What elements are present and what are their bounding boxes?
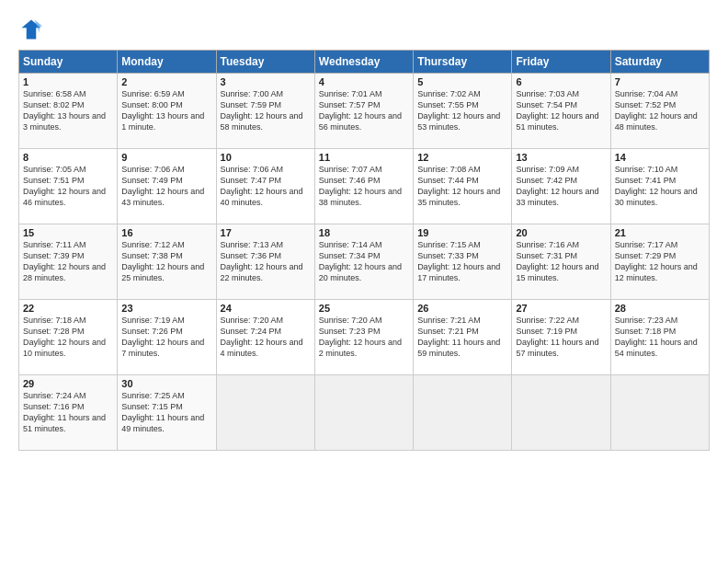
calendar-day-cell: 27Sunrise: 7:22 AMSunset: 7:19 PMDayligh…: [512, 300, 610, 375]
day-info: Sunrise: 7:19 AMSunset: 7:26 PMDaylight:…: [121, 315, 211, 360]
day-number: 25: [319, 303, 409, 314]
calendar-day-cell: 24Sunrise: 7:20 AMSunset: 7:24 PMDayligh…: [216, 300, 314, 375]
day-number: 20: [516, 227, 606, 238]
calendar-day-cell: 28Sunrise: 7:23 AMSunset: 7:18 PMDayligh…: [610, 300, 709, 375]
calendar-day-cell: 1Sunrise: 6:58 AMSunset: 8:02 PMDaylight…: [19, 74, 118, 149]
day-number: 23: [121, 303, 211, 314]
day-info: Sunrise: 6:58 AMSunset: 8:02 PMDaylight:…: [23, 88, 113, 133]
calendar-day-cell: 15Sunrise: 7:11 AMSunset: 7:39 PMDayligh…: [19, 224, 118, 300]
day-number: 26: [417, 303, 507, 314]
day-info: Sunrise: 7:00 AMSunset: 7:59 PMDaylight:…: [221, 88, 311, 133]
calendar-week-row: 1Sunrise: 6:58 AMSunset: 8:02 PMDaylight…: [19, 74, 710, 149]
calendar-day-cell: 21Sunrise: 7:17 AMSunset: 7:29 PMDayligh…: [610, 224, 709, 300]
calendar-day-cell: [314, 375, 413, 451]
calendar-day-cell: [414, 375, 512, 451]
day-info: Sunrise: 7:06 AMSunset: 7:47 PMDaylight:…: [221, 164, 311, 209]
day-info: Sunrise: 6:59 AMSunset: 8:00 PMDaylight:…: [121, 88, 211, 133]
logo: [18, 17, 48, 42]
day-info: Sunrise: 7:07 AMSunset: 7:46 PMDaylight:…: [319, 164, 409, 209]
day-number: 19: [417, 227, 507, 238]
day-info: Sunrise: 7:23 AMSunset: 7:18 PMDaylight:…: [615, 315, 705, 360]
day-number: 14: [615, 152, 705, 163]
calendar-day-cell: 10Sunrise: 7:06 AMSunset: 7:47 PMDayligh…: [216, 149, 314, 224]
day-info: Sunrise: 7:20 AMSunset: 7:23 PMDaylight:…: [319, 315, 409, 360]
day-info: Sunrise: 7:01 AMSunset: 7:57 PMDaylight:…: [319, 88, 409, 133]
weekday-header: Thursday: [414, 51, 512, 74]
calendar-day-cell: 18Sunrise: 7:14 AMSunset: 7:34 PMDayligh…: [314, 224, 413, 300]
day-number: 10: [221, 152, 311, 163]
day-info: Sunrise: 7:04 AMSunset: 7:52 PMDaylight:…: [615, 88, 705, 133]
day-number: 1: [23, 76, 113, 87]
day-info: Sunrise: 7:15 AMSunset: 7:33 PMDaylight:…: [417, 239, 507, 284]
day-number: 8: [23, 152, 113, 163]
day-info: Sunrise: 7:16 AMSunset: 7:31 PMDaylight:…: [516, 239, 606, 284]
weekday-header: Saturday: [610, 51, 709, 74]
weekday-header: Sunday: [19, 51, 118, 74]
day-number: 12: [417, 152, 507, 163]
day-info: Sunrise: 7:09 AMSunset: 7:42 PMDaylight:…: [516, 164, 606, 209]
day-info: Sunrise: 7:08 AMSunset: 7:44 PMDaylight:…: [417, 164, 507, 209]
day-info: Sunrise: 7:13 AMSunset: 7:36 PMDaylight:…: [221, 239, 311, 284]
day-number: 17: [221, 227, 311, 238]
calendar-day-cell: 17Sunrise: 7:13 AMSunset: 7:36 PMDayligh…: [216, 224, 314, 300]
weekday-header: Friday: [512, 51, 610, 74]
day-number: 7: [615, 76, 705, 87]
calendar-week-row: 29Sunrise: 7:24 AMSunset: 7:16 PMDayligh…: [19, 375, 710, 451]
day-info: Sunrise: 7:12 AMSunset: 7:38 PMDaylight:…: [121, 239, 211, 284]
day-info: Sunrise: 7:03 AMSunset: 7:54 PMDaylight:…: [516, 88, 606, 133]
calendar-day-cell: 7Sunrise: 7:04 AMSunset: 7:52 PMDaylight…: [610, 74, 709, 149]
calendar-day-cell: [610, 375, 709, 451]
calendar-day-cell: 14Sunrise: 7:10 AMSunset: 7:41 PMDayligh…: [610, 149, 709, 224]
calendar-day-cell: 29Sunrise: 7:24 AMSunset: 7:16 PMDayligh…: [19, 375, 118, 451]
day-info: Sunrise: 7:05 AMSunset: 7:51 PMDaylight:…: [23, 164, 113, 209]
day-info: Sunrise: 7:02 AMSunset: 7:55 PMDaylight:…: [417, 88, 507, 133]
day-info: Sunrise: 7:11 AMSunset: 7:39 PMDaylight:…: [23, 239, 113, 284]
calendar-day-cell: 5Sunrise: 7:02 AMSunset: 7:55 PMDaylight…: [414, 74, 512, 149]
weekday-header: Monday: [118, 51, 216, 74]
day-number: 15: [23, 227, 113, 238]
day-number: 11: [319, 152, 409, 163]
day-number: 9: [121, 152, 211, 163]
day-number: 2: [121, 76, 211, 87]
day-number: 29: [23, 378, 113, 389]
calendar-day-cell: 19Sunrise: 7:15 AMSunset: 7:33 PMDayligh…: [414, 224, 512, 300]
calendar-day-cell: 23Sunrise: 7:19 AMSunset: 7:26 PMDayligh…: [118, 300, 216, 375]
calendar-day-cell: 2Sunrise: 6:59 AMSunset: 8:00 PMDaylight…: [118, 74, 216, 149]
calendar-week-row: 8Sunrise: 7:05 AMSunset: 7:51 PMDaylight…: [19, 149, 710, 224]
day-number: 5: [417, 76, 507, 87]
day-number: 27: [516, 303, 606, 314]
calendar-day-cell: 13Sunrise: 7:09 AMSunset: 7:42 PMDayligh…: [512, 149, 610, 224]
calendar-week-row: 15Sunrise: 7:11 AMSunset: 7:39 PMDayligh…: [19, 224, 710, 300]
day-number: 21: [615, 227, 705, 238]
day-info: Sunrise: 7:18 AMSunset: 7:28 PMDaylight:…: [23, 315, 113, 360]
calendar-day-cell: 30Sunrise: 7:25 AMSunset: 7:15 PMDayligh…: [118, 375, 216, 451]
calendar-day-cell: 11Sunrise: 7:07 AMSunset: 7:46 PMDayligh…: [314, 149, 413, 224]
day-number: 3: [221, 76, 311, 87]
weekday-header: Tuesday: [216, 51, 314, 74]
calendar-table: SundayMondayTuesdayWednesdayThursdayFrid…: [18, 50, 710, 451]
day-info: Sunrise: 7:06 AMSunset: 7:49 PMDaylight:…: [121, 164, 211, 209]
day-number: 18: [319, 227, 409, 238]
weekday-header: Wednesday: [314, 51, 413, 74]
calendar-day-cell: 25Sunrise: 7:20 AMSunset: 7:23 PMDayligh…: [314, 300, 413, 375]
calendar-day-cell: [216, 375, 314, 451]
calendar-day-cell: 9Sunrise: 7:06 AMSunset: 7:49 PMDaylight…: [118, 149, 216, 224]
day-info: Sunrise: 7:17 AMSunset: 7:29 PMDaylight:…: [615, 239, 705, 284]
day-info: Sunrise: 7:14 AMSunset: 7:34 PMDaylight:…: [319, 239, 409, 284]
calendar-day-cell: [512, 375, 610, 451]
calendar-day-cell: 8Sunrise: 7:05 AMSunset: 7:51 PMDaylight…: [19, 149, 118, 224]
calendar-day-cell: 6Sunrise: 7:03 AMSunset: 7:54 PMDaylight…: [512, 74, 610, 149]
day-number: 13: [516, 152, 606, 163]
day-number: 30: [121, 378, 211, 389]
calendar-day-cell: 20Sunrise: 7:16 AMSunset: 7:31 PMDayligh…: [512, 224, 610, 300]
page-header: [18, 17, 710, 42]
calendar-day-cell: 16Sunrise: 7:12 AMSunset: 7:38 PMDayligh…: [118, 224, 216, 300]
logo-icon: [18, 17, 44, 42]
day-number: 24: [221, 303, 311, 314]
day-info: Sunrise: 7:20 AMSunset: 7:24 PMDaylight:…: [221, 315, 311, 360]
day-info: Sunrise: 7:25 AMSunset: 7:15 PMDaylight:…: [121, 390, 211, 435]
calendar-week-row: 22Sunrise: 7:18 AMSunset: 7:28 PMDayligh…: [19, 300, 710, 375]
day-info: Sunrise: 7:10 AMSunset: 7:41 PMDaylight:…: [615, 164, 705, 209]
day-info: Sunrise: 7:21 AMSunset: 7:21 PMDaylight:…: [417, 315, 507, 360]
day-info: Sunrise: 7:24 AMSunset: 7:16 PMDaylight:…: [23, 390, 113, 435]
